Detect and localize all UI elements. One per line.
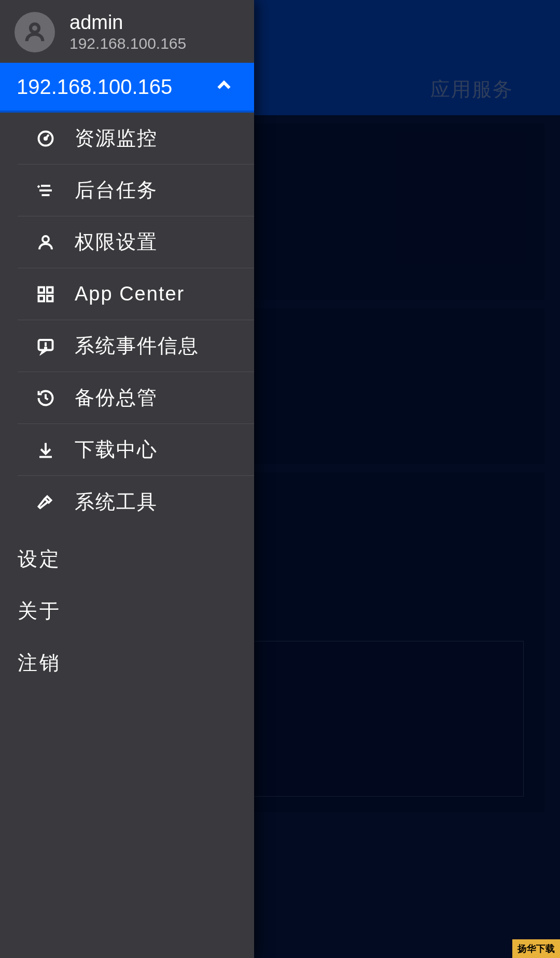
gauge-icon — [35, 129, 56, 148]
watermark: 扬华下载 — [512, 939, 560, 958]
logout-label: 注销 — [18, 650, 61, 676]
about-button[interactable]: 关于 — [0, 585, 254, 637]
tab-services[interactable]: 应用服务 — [430, 76, 513, 103]
settings-label: 设定 — [18, 546, 61, 572]
menu-label: 备份总管 — [75, 385, 158, 411]
menu-label: 资源监控 — [75, 125, 158, 152]
svg-rect-7 — [47, 296, 53, 302]
drawer-footer: 设定 关于 注销 — [0, 533, 254, 689]
menu-resource-monitor[interactable]: 资源监控 — [18, 113, 254, 165]
menu-label: 系统工具 — [75, 489, 158, 515]
svg-point-0 — [31, 24, 39, 32]
svg-rect-4 — [39, 287, 45, 293]
menu-system-events[interactable]: 系统事件信息 — [18, 320, 254, 372]
side-drawer: admin 192.168.100.165 192.168.100.165 资源… — [0, 0, 254, 958]
about-label: 关于 — [18, 598, 61, 624]
message-alert-icon — [35, 337, 56, 355]
hammer-icon — [35, 492, 56, 511]
apps-grid-icon — [35, 285, 56, 304]
person-icon — [23, 20, 47, 44]
logout-button[interactable]: 注销 — [0, 637, 254, 689]
person-icon — [35, 233, 56, 252]
settings-button[interactable]: 设定 — [0, 533, 254, 585]
main-menu: 资源监控 后台任务 权限设置 App Center — [18, 113, 254, 528]
chevron-up-icon — [215, 76, 233, 97]
menu-label: 下载中心 — [75, 436, 158, 463]
svg-point-10 — [45, 347, 46, 348]
menu-label: 后台任务 — [75, 177, 158, 203]
svg-point-2 — [45, 137, 47, 139]
svg-rect-5 — [47, 287, 53, 293]
history-icon — [35, 389, 56, 407]
server-label: 192.168.100.165 — [17, 75, 172, 99]
download-icon — [35, 441, 56, 459]
menu-permissions[interactable]: 权限设置 — [18, 216, 254, 268]
menu-app-center[interactable]: App Center — [18, 268, 254, 320]
menu-label: App Center — [75, 283, 185, 305]
user-ip: 192.168.100.165 — [69, 35, 186, 52]
menu-label: 权限设置 — [75, 229, 158, 255]
menu-background-tasks[interactable]: 后台任务 — [18, 165, 254, 216]
menu-download-center[interactable]: 下载中心 — [18, 424, 254, 476]
svg-point-3 — [43, 236, 49, 242]
user-block[interactable]: admin 192.168.100.165 — [0, 0, 254, 63]
svg-rect-6 — [39, 296, 45, 302]
tasks-icon — [35, 181, 56, 200]
server-dropdown[interactable]: 192.168.100.165 — [0, 63, 254, 113]
menu-label: 系统事件信息 — [75, 333, 199, 359]
avatar — [15, 12, 55, 52]
user-text: admin 192.168.100.165 — [69, 11, 186, 52]
menu-system-tools[interactable]: 系统工具 — [18, 476, 254, 528]
user-name: admin — [69, 11, 186, 34]
menu-backup-manager[interactable]: 备份总管 — [18, 372, 254, 424]
